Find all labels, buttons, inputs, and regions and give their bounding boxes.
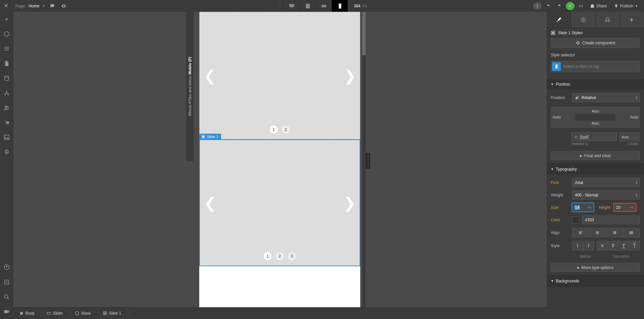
breadcrumb-item[interactable]: Slide 1	[97, 308, 127, 319]
page-label: Page:	[15, 4, 26, 8]
device-mobile-portrait-icon[interactable]	[332, 0, 348, 12]
add-element-icon[interactable]	[0, 12, 13, 27]
decoration-overline-icon[interactable]: T	[629, 241, 640, 250]
export-code-icon[interactable]	[576, 2, 586, 10]
navigator-icon[interactable]	[0, 41, 13, 56]
section-typography-header[interactable]: ▼Typography	[547, 164, 644, 175]
pages-icon[interactable]	[0, 56, 13, 71]
tab-interactions-icon[interactable]	[595, 12, 620, 28]
share-button[interactable]: Share	[587, 2, 610, 10]
comment-icon[interactable]	[48, 2, 57, 10]
symbols-icon[interactable]	[0, 27, 13, 41]
svg-rect-28	[552, 32, 554, 34]
cms-icon[interactable]	[0, 71, 13, 86]
class-selector-input[interactable]: Select a class or tag	[551, 61, 640, 72]
section-position-header[interactable]: ▼Position	[547, 79, 644, 90]
slider-dot[interactable]: 3	[288, 252, 296, 260]
align-justify-icon[interactable]	[623, 228, 640, 237]
align-right-icon[interactable]	[606, 228, 623, 237]
settings-icon[interactable]	[0, 145, 13, 160]
svg-point-2	[280, 7, 280, 8]
style-selector-section: Style selector Select a class or tag	[547, 51, 644, 79]
font-select[interactable]: Arial▲▼	[572, 178, 640, 187]
slider-dot[interactable]: 1	[264, 252, 272, 260]
selection-label[interactable]: Slide 1	[199, 134, 221, 140]
svg-point-26	[608, 20, 610, 21]
page-info: Page: Home ▼	[13, 2, 68, 10]
publish-button[interactable]: Publish▼	[611, 2, 641, 10]
svg-point-24	[582, 19, 584, 20]
slider-arrow-right-icon[interactable]: ❯	[343, 193, 356, 213]
chevron-down-icon: ▼	[42, 4, 45, 8]
canvas-width[interactable]: 384 PX	[354, 4, 368, 8]
position-select[interactable]: Relative ▲▼	[572, 93, 640, 102]
svg-point-8	[7, 106, 9, 108]
canvas-scrollbar[interactable]	[362, 12, 366, 307]
decoration-underline-icon[interactable]: T	[618, 241, 629, 250]
weight-select[interactable]: 400 - Normal▲▼	[572, 190, 640, 199]
scrollbar-thumb[interactable]	[362, 12, 366, 55]
relative-to-select[interactable]: Itself	[571, 132, 617, 141]
align-left-icon[interactable]	[572, 228, 589, 237]
styles-more-icon[interactable]: ···	[635, 31, 640, 35]
color-input[interactable]: #333	[582, 215, 640, 224]
slider-top[interactable]: ❮ ❯ 1 2	[199, 12, 360, 139]
more-vert-icon[interactable]	[277, 0, 283, 12]
topbar-right: 1 Share Publish▼	[533, 2, 644, 10]
tab-settings-gear-icon[interactable]	[571, 12, 595, 28]
font-label: Font	[551, 180, 569, 185]
slider-arrow-left-icon[interactable]: ❮	[203, 193, 217, 213]
more-type-options-toggle[interactable]: ▶More type options	[551, 263, 640, 272]
align-center-icon[interactable]	[589, 228, 606, 237]
slider-selected[interactable]: ❮ ❯ 1 2 3	[199, 139, 360, 266]
device-desktop-icon[interactable]	[283, 0, 300, 12]
webflow-logo-icon[interactable]	[0, 0, 13, 12]
color-swatch[interactable]	[572, 216, 579, 224]
ecommerce-icon[interactable]	[0, 115, 13, 130]
font-size-input[interactable]: 14PX	[572, 203, 594, 212]
slider-dot[interactable]: 2	[282, 126, 290, 134]
line-height-input[interactable]: 20PX	[613, 203, 637, 212]
device-switcher: 384 PX	[277, 0, 368, 12]
top-bar: Page: Home ▼ 384 PX 1 Share Publish▼	[0, 0, 644, 12]
video-icon[interactable]	[0, 304, 13, 319]
section-backgrounds-header[interactable]: ▼Backgrounds	[547, 276, 644, 286]
slider-arrow-right-icon[interactable]: ❯	[343, 65, 357, 86]
svg-point-25	[605, 20, 607, 21]
device-tablet-icon[interactable]	[300, 0, 316, 12]
height-label: Height	[599, 205, 610, 210]
preview-eye-icon[interactable]	[59, 2, 68, 10]
tab-effects-bolt-icon[interactable]	[620, 12, 644, 28]
help-icon[interactable]	[0, 260, 13, 275]
zindex-input[interactable]: Auto-	[619, 132, 640, 141]
italic-on-icon[interactable]: I	[583, 241, 594, 250]
assets-icon[interactable]	[0, 130, 13, 145]
device-mobile-landscape-icon[interactable]	[316, 0, 332, 12]
breadcrumb-item[interactable]: Body	[13, 308, 41, 319]
users-icon[interactable]	[0, 100, 13, 115]
undo-button[interactable]	[543, 2, 553, 10]
float-clear-toggle[interactable]: ▶Float and clear	[551, 151, 640, 160]
slider-dot[interactable]: 2	[276, 252, 284, 260]
breadcrumb-item[interactable]: Slider	[41, 308, 69, 319]
structure-icon[interactable]	[0, 86, 13, 100]
changes-badge[interactable]: 1	[533, 2, 542, 10]
italic-off-icon[interactable]: I	[572, 241, 583, 250]
page-name[interactable]: Home	[29, 4, 39, 8]
redo-button[interactable]	[554, 2, 565, 10]
breakpoint-label[interactable]: Affects 479px and below Mobile (P)	[186, 12, 194, 161]
tab-style-brush-icon[interactable]	[547, 12, 571, 28]
create-component-button[interactable]: Create component	[551, 38, 640, 48]
slider-dot[interactable]: 1	[270, 126, 278, 134]
breadcrumb-item[interactable]: Mask	[69, 308, 97, 319]
audit-icon[interactable]	[0, 275, 13, 289]
canvas-resize-handle[interactable]	[366, 153, 370, 169]
slider-arrow-left-icon[interactable]: ❮	[203, 65, 216, 86]
svg-rect-20	[47, 312, 50, 314]
search-icon[interactable]	[0, 289, 13, 304]
svg-rect-16	[4, 310, 8, 313]
decoration-strike-icon[interactable]: T	[607, 241, 618, 250]
decoration-none-icon[interactable]	[597, 241, 607, 250]
position-offsets[interactable]: Auto AutoAuto Auto	[551, 107, 640, 128]
status-check-icon[interactable]	[566, 2, 575, 10]
